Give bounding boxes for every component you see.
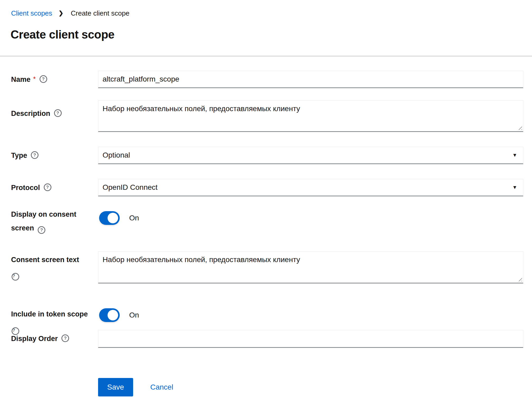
breadcrumb-current: Create client scope bbox=[71, 9, 130, 17]
form-row-type: Type ? Optional ▼ bbox=[11, 147, 523, 164]
question-mark-glyph: ? bbox=[56, 111, 59, 115]
create-client-scope-page: Client scopes ❯ Create client scope Crea… bbox=[0, 0, 532, 407]
protocol-selected-value: OpenID Connect bbox=[103, 183, 158, 192]
breadcrumb-chevron-icon: ❯ bbox=[59, 9, 63, 17]
description-label: Description bbox=[11, 108, 50, 119]
form-row-display-on-consent: Display on consent screen? On bbox=[11, 211, 523, 235]
question-mark-glyph: ? bbox=[64, 336, 66, 340]
name-input[interactable] bbox=[98, 71, 523, 88]
protocol-help-icon[interactable]: ? bbox=[44, 183, 51, 191]
protocol-select[interactable]: OpenID Connect ▼ bbox=[98, 179, 523, 196]
display-on-consent-state-label: On bbox=[129, 214, 139, 222]
toggle-knob bbox=[108, 310, 118, 320]
form-row-consent-text: Consent screen text ? Набор необязательн… bbox=[11, 251, 523, 283]
page-title: Create client scope bbox=[11, 28, 114, 41]
required-asterisk: * bbox=[33, 73, 36, 85]
display-on-consent-label: Display on consent screen? bbox=[11, 207, 83, 235]
question-mark-glyph: ? bbox=[33, 153, 36, 157]
description-label-group: Description ? bbox=[11, 100, 98, 119]
display-on-consent-toggle[interactable] bbox=[99, 211, 120, 225]
display-order-input[interactable] bbox=[98, 330, 523, 348]
type-selected-value: Optional bbox=[103, 151, 130, 159]
include-in-token-state-label: On bbox=[129, 311, 139, 319]
question-mark-glyph: ? bbox=[46, 185, 49, 190]
form-row-description: Description ? Набор необязательных полей… bbox=[11, 100, 523, 132]
form-actions: Save Cancel bbox=[98, 378, 173, 396]
question-mark-glyph: ? bbox=[12, 273, 15, 278]
type-label: Type bbox=[11, 150, 27, 161]
consent-text-textarea[interactable]: Набор необязательных полей, предоставляе… bbox=[98, 251, 523, 283]
name-help-icon[interactable]: ? bbox=[40, 75, 47, 83]
name-label-group: Name * ? bbox=[11, 71, 98, 88]
name-label: Name bbox=[11, 74, 31, 85]
include-in-token-label: Include in token scope bbox=[11, 310, 88, 318]
display-on-consent-label-group: Display on consent screen? bbox=[11, 211, 98, 235]
toggle-knob bbox=[108, 213, 118, 223]
question-mark-glyph: ? bbox=[42, 77, 45, 81]
chevron-down-icon: ▼ bbox=[512, 152, 517, 158]
form-row-name: Name * ? bbox=[11, 71, 523, 88]
type-help-icon[interactable]: ? bbox=[31, 151, 38, 159]
type-label-group: Type ? bbox=[11, 147, 98, 164]
question-mark-glyph: ? bbox=[40, 228, 43, 232]
include-in-token-toggle[interactable] bbox=[99, 308, 120, 322]
description-help-icon[interactable]: ? bbox=[54, 109, 62, 117]
display-order-help-icon[interactable]: ? bbox=[61, 334, 69, 342]
consent-text-help-icon[interactable]: ? bbox=[12, 273, 19, 281]
header-divider bbox=[0, 56, 532, 56]
type-select[interactable]: Optional ▼ bbox=[98, 147, 523, 164]
breadcrumb-link-client-scopes[interactable]: Client scopes bbox=[11, 9, 52, 17]
form-row-protocol: Protocol ? OpenID Connect ▼ bbox=[11, 179, 523, 196]
cancel-link[interactable]: Cancel bbox=[150, 383, 173, 391]
form-row-display-order: Display Order ? bbox=[11, 330, 523, 348]
display-order-label-group: Display Order ? bbox=[11, 330, 98, 347]
chevron-down-icon: ▼ bbox=[512, 184, 517, 190]
description-textarea[interactable]: Набор необязательных полей, предоставляе… bbox=[98, 100, 523, 132]
breadcrumb: Client scopes ❯ Create client scope bbox=[11, 9, 129, 17]
protocol-label: Protocol bbox=[11, 182, 40, 193]
consent-text-label-group: Consent screen text ? bbox=[11, 251, 98, 281]
display-order-label: Display Order bbox=[11, 333, 58, 344]
protocol-label-group: Protocol ? bbox=[11, 179, 98, 196]
consent-text-label: Consent screen text bbox=[11, 256, 79, 264]
display-on-consent-help-icon[interactable]: ? bbox=[38, 226, 45, 234]
save-button[interactable]: Save bbox=[98, 378, 133, 396]
